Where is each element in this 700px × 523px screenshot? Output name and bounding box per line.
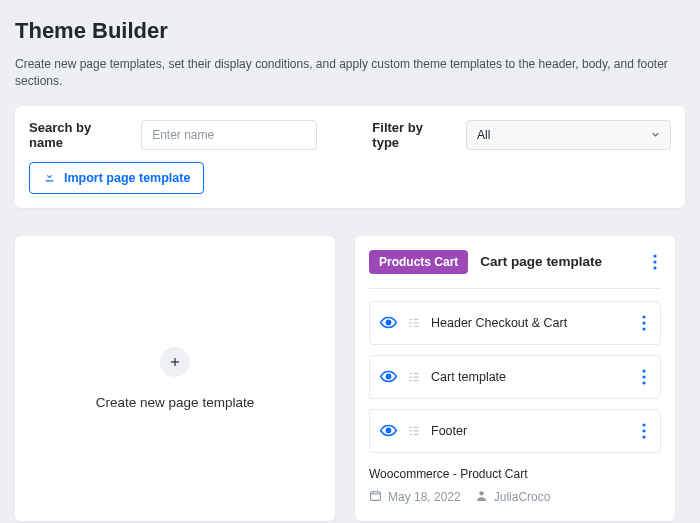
template-title: Cart page template xyxy=(480,254,602,269)
create-tile-label: Create new page template xyxy=(96,395,254,410)
filter-type-label: Filter by type xyxy=(372,120,452,150)
eye-icon xyxy=(380,422,397,439)
user-icon xyxy=(475,489,488,505)
template-parts-list: Header Checkout & Cart Cart template xyxy=(369,301,661,453)
svg-point-34 xyxy=(642,435,645,438)
layout-icon xyxy=(407,424,421,438)
divider xyxy=(369,288,661,289)
svg-point-3 xyxy=(653,260,656,263)
filter-type-select[interactable]: All xyxy=(466,120,671,150)
part-name: Footer xyxy=(431,424,467,438)
svg-point-4 xyxy=(653,266,656,269)
svg-point-12 xyxy=(642,315,645,318)
template-author: JuliaCroco xyxy=(494,490,551,504)
svg-point-23 xyxy=(642,375,645,378)
svg-point-15 xyxy=(386,374,390,378)
eye-icon xyxy=(380,314,397,331)
svg-point-5 xyxy=(386,320,390,324)
template-part-row[interactable]: Header Checkout & Cart xyxy=(369,301,661,345)
download-icon xyxy=(43,170,56,186)
template-actions-menu[interactable] xyxy=(649,250,661,274)
eye-icon xyxy=(380,368,397,385)
template-badge: Products Cart xyxy=(369,250,468,274)
page-title: Theme Builder xyxy=(15,18,685,44)
template-breadcrumb: Woocommerce - Product Cart xyxy=(369,467,661,481)
search-label: Search by name xyxy=(29,120,127,150)
svg-point-14 xyxy=(642,327,645,330)
svg-point-32 xyxy=(642,423,645,426)
template-card: Products Cart Cart page template Header … xyxy=(355,236,675,521)
part-actions-menu[interactable] xyxy=(638,365,650,389)
filter-panel: Search by name Filter by type All Import… xyxy=(15,106,685,208)
layout-icon xyxy=(407,316,421,330)
layout-icon xyxy=(407,370,421,384)
svg-point-33 xyxy=(642,429,645,432)
part-actions-menu[interactable] xyxy=(638,419,650,443)
part-name: Header Checkout & Cart xyxy=(431,316,567,330)
svg-point-25 xyxy=(386,428,390,432)
template-part-row[interactable]: Footer xyxy=(369,409,661,453)
svg-point-22 xyxy=(642,369,645,372)
template-part-row[interactable]: Cart template xyxy=(369,355,661,399)
import-page-template-button[interactable]: Import page template xyxy=(29,162,204,194)
import-button-label: Import page template xyxy=(64,171,190,185)
part-name: Cart template xyxy=(431,370,506,384)
svg-point-13 xyxy=(642,321,645,324)
svg-point-24 xyxy=(642,381,645,384)
svg-rect-35 xyxy=(371,491,381,500)
page-description: Create new page templates, set their dis… xyxy=(15,56,685,90)
part-actions-menu[interactable] xyxy=(638,311,650,335)
template-date: May 18, 2022 xyxy=(388,490,461,504)
plus-icon xyxy=(160,347,190,377)
svg-point-39 xyxy=(479,491,483,495)
create-page-template-tile[interactable]: Create new page template xyxy=(15,236,335,521)
svg-point-2 xyxy=(653,254,656,257)
search-input[interactable] xyxy=(141,120,317,150)
calendar-icon xyxy=(369,489,382,505)
